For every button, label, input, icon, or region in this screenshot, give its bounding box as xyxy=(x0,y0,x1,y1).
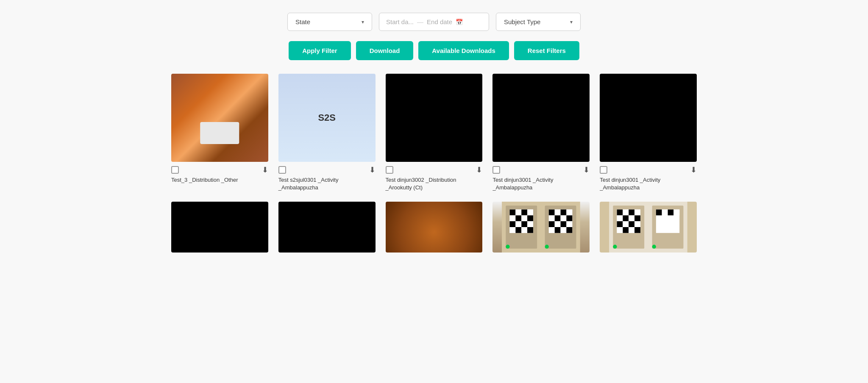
list-item xyxy=(600,202,697,257)
svg-rect-43 xyxy=(617,210,623,216)
svg-rect-52 xyxy=(623,222,629,228)
svg-rect-5 xyxy=(516,210,522,216)
svg-rect-64 xyxy=(674,210,680,216)
thumbnail xyxy=(386,202,483,253)
svg-rect-44 xyxy=(623,210,629,216)
svg-rect-53 xyxy=(629,222,634,228)
apply-filter-button[interactable]: Apply Filter xyxy=(289,41,351,60)
list-item: ⬇ Test dinjun3001 _Activity _Ambalappuzh… xyxy=(492,74,590,192)
list-item xyxy=(171,202,268,257)
svg-rect-56 xyxy=(623,227,629,233)
item-title: Test dinjun3002 _Distribution _Arookutty… xyxy=(386,176,483,192)
item-controls: ⬇ xyxy=(492,166,590,174)
svg-rect-23 xyxy=(555,210,561,216)
item-checkbox[interactable] xyxy=(492,166,500,174)
item-checkbox[interactable] xyxy=(600,166,607,174)
svg-rect-16 xyxy=(510,227,516,233)
page-container: State ▾ Start da... — End date 📅 Subject… xyxy=(137,13,731,257)
subject-type-chevron: ▾ xyxy=(570,19,573,25)
svg-rect-61 xyxy=(656,210,662,216)
item-controls: ⬇ xyxy=(171,166,268,174)
item-controls: ⬇ xyxy=(386,166,483,174)
thumbnail xyxy=(492,74,590,162)
svg-rect-47 xyxy=(617,216,623,222)
list-item xyxy=(386,202,483,257)
subject-type-dropdown[interactable]: Subject Type ▾ xyxy=(496,13,581,31)
item-title: Test_3 _Distribution _Other xyxy=(171,176,268,184)
svg-rect-32 xyxy=(561,222,567,228)
subject-type-label: Subject Type xyxy=(504,18,540,25)
svg-rect-36 xyxy=(561,227,567,233)
svg-rect-19 xyxy=(527,227,533,233)
thumbnail xyxy=(278,202,376,253)
item-title: Test s2sjul0301 _Activity _Ambalappuzha xyxy=(278,176,376,192)
item-download-icon[interactable]: ⬇ xyxy=(262,166,268,174)
svg-rect-63 xyxy=(668,210,674,216)
svg-rect-27 xyxy=(555,216,561,222)
svg-rect-14 xyxy=(522,222,528,228)
svg-rect-37 xyxy=(567,227,573,233)
item-download-icon[interactable]: ⬇ xyxy=(583,166,590,174)
svg-rect-7 xyxy=(527,210,533,216)
svg-point-65 xyxy=(652,245,656,249)
state-dropdown[interactable]: State ▾ xyxy=(287,13,372,31)
svg-rect-55 xyxy=(617,227,623,233)
svg-rect-31 xyxy=(555,222,561,228)
thumbnail xyxy=(600,202,697,253)
filter-row: State ▾ Start da... — End date 📅 Subject… xyxy=(171,13,697,31)
svg-rect-48 xyxy=(623,216,629,222)
svg-rect-10 xyxy=(522,216,528,222)
thumbnail xyxy=(600,74,697,162)
item-checkbox[interactable] xyxy=(278,166,286,174)
svg-rect-30 xyxy=(549,222,555,228)
list-item: ⬇ Test s2sjul0301 _Activity _Ambalappuzh… xyxy=(278,74,376,192)
thumbnail xyxy=(492,202,590,253)
thumbnail xyxy=(171,74,268,162)
svg-rect-28 xyxy=(561,216,567,222)
thumbnail xyxy=(171,202,268,253)
list-item: ⬇ Test dinjun3002 _Distribution _Arookut… xyxy=(386,74,483,192)
svg-rect-25 xyxy=(567,210,573,216)
list-item xyxy=(492,202,590,257)
svg-rect-35 xyxy=(555,227,561,233)
item-title: Test dinjun3001 _Activity _Ambalappuzha xyxy=(492,176,590,192)
svg-point-38 xyxy=(545,245,549,249)
svg-rect-34 xyxy=(549,227,555,233)
svg-point-59 xyxy=(613,245,617,249)
svg-rect-33 xyxy=(567,222,573,228)
svg-rect-22 xyxy=(549,210,555,216)
svg-rect-62 xyxy=(662,210,668,216)
svg-rect-9 xyxy=(516,216,522,222)
date-start-placeholder: Start da... xyxy=(386,18,414,25)
item-download-icon[interactable]: ⬇ xyxy=(690,166,697,174)
svg-rect-26 xyxy=(549,216,555,222)
download-button[interactable]: Download xyxy=(356,41,414,60)
available-downloads-button[interactable]: Available Downloads xyxy=(418,41,509,60)
date-end-placeholder: End date xyxy=(427,18,452,25)
list-item: ⬇ Test_3 _Distribution _Other xyxy=(171,74,268,192)
item-controls: ⬇ xyxy=(278,166,376,174)
gallery-grid: ⬇ Test_3 _Distribution _Other ⬇ Test s2s… xyxy=(171,74,697,257)
date-range-input[interactable]: Start da... — End date 📅 xyxy=(379,13,489,31)
item-checkbox[interactable] xyxy=(386,166,393,174)
item-checkbox[interactable] xyxy=(171,166,179,174)
item-title: Test dinjun3001 _Activity _Ambalappuzha xyxy=(600,176,697,192)
item-download-icon[interactable]: ⬇ xyxy=(476,166,482,174)
svg-rect-57 xyxy=(629,227,634,233)
list-item xyxy=(278,202,376,257)
item-controls: ⬇ xyxy=(600,166,697,174)
svg-rect-18 xyxy=(522,227,528,233)
svg-rect-45 xyxy=(629,210,634,216)
actions-row: Apply Filter Download Available Download… xyxy=(171,41,697,60)
svg-rect-4 xyxy=(510,210,516,216)
svg-rect-29 xyxy=(567,216,573,222)
item-download-icon[interactable]: ⬇ xyxy=(369,166,376,174)
thumbnail xyxy=(278,74,376,162)
list-item: ⬇ Test dinjun3001 _Activity _Ambalappuzh… xyxy=(600,74,697,192)
svg-rect-12 xyxy=(510,222,516,228)
svg-rect-8 xyxy=(510,216,516,222)
reset-filters-button[interactable]: Reset Filters xyxy=(514,41,579,60)
svg-rect-50 xyxy=(634,216,640,222)
svg-rect-54 xyxy=(634,222,640,228)
state-chevron: ▾ xyxy=(362,19,364,25)
